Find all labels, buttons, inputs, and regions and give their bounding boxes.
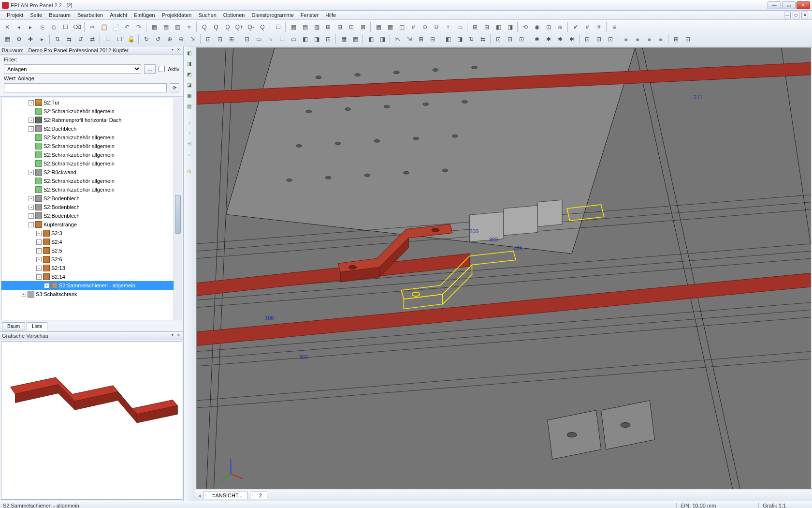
tree-twisty-icon[interactable]: + (36, 231, 42, 236)
toolbar-button[interactable]: ⊙ (420, 22, 430, 32)
tree-twisty-icon[interactable]: - (29, 222, 34, 227)
toolbar-button[interactable]: ☐ (273, 22, 283, 32)
toolbar-button[interactable]: ⇅ (466, 34, 477, 45)
tab-close-icon[interactable]: ▫ (252, 493, 257, 498)
tree-node[interactable]: +S2:Sammelschienen - allgemein (1, 281, 182, 290)
tree-node[interactable]: +S2:5 (1, 246, 182, 255)
toolbar-button[interactable]: ⇅ (52, 34, 63, 45)
toolbar-button[interactable]: ⊡ (582, 34, 593, 45)
preview-body[interactable] (1, 341, 182, 500)
toolbar-button[interactable]: ⊟ (334, 22, 345, 32)
tree-node[interactable]: -S2:14 (1, 272, 182, 281)
toolbar-button[interactable]: ▭ (288, 34, 299, 45)
tree-node[interactable]: S2:Schrankzubehör allgemein (1, 133, 182, 142)
toolbar-button[interactable]: ⊞ (470, 22, 480, 32)
tree-node[interactable]: +S2:13 (1, 264, 182, 272)
toolbar-button[interactable]: ⇲ (188, 34, 198, 45)
toolbar-button[interactable]: ⊖ (176, 34, 187, 45)
toolbar-button[interactable]: ⊡ (516, 34, 527, 45)
toolbar-button[interactable]: ⌗ (184, 22, 194, 32)
toolbar-button[interactable]: ⊡ (203, 34, 214, 45)
tree-node[interactable]: S2:Schrankzubehör allgemein (1, 159, 182, 168)
tree-node[interactable]: S2:Schrankzubehör allgemein (1, 107, 182, 116)
toolbar-button[interactable]: ⎘ (37, 22, 47, 32)
menu-suchen[interactable]: Suchen (195, 12, 219, 18)
minimize-button[interactable]: — (768, 1, 781, 9)
toolbar-button[interactable]: ⊡ (543, 22, 554, 32)
toolbar-button[interactable]: ✱ (543, 34, 554, 45)
tree-node[interactable]: +S2:Bodenblech (1, 194, 182, 203)
toolbar-button[interactable]: ⊡ (682, 34, 693, 45)
toolbar-button[interactable]: ⊞ (226, 34, 237, 45)
tree-twisty-icon[interactable]: + (44, 283, 49, 288)
menu-bauraum[interactable]: Bauraum (46, 12, 73, 18)
tab-liste[interactable]: Liste (27, 322, 47, 330)
toolbar-button[interactable]: ✂ (87, 22, 98, 32)
toolbar-button[interactable]: ▦ (373, 22, 384, 32)
tree-node[interactable]: +S2:6 (1, 255, 182, 264)
target-icon[interactable]: ◎ (185, 166, 194, 175)
filter-browse-button[interactable]: ... (144, 64, 156, 74)
tree-node[interactable]: S2:Schrankzubehör allgemein (1, 142, 182, 150)
view-tab-ansicht[interactable]: ▫=ANSICHT... (203, 492, 248, 499)
toolbar-button[interactable]: ⊞ (671, 34, 682, 45)
toolbar-button[interactable]: ≡ (632, 34, 643, 45)
tree-twisty-icon[interactable]: + (36, 239, 42, 245)
toolbar-button[interactable]: ▤ (300, 22, 310, 32)
wert-refresh-button[interactable]: ⟳ (170, 83, 179, 92)
tree-node[interactable]: S2:Schrankzubehör allgemein (1, 150, 182, 159)
toolbar-button[interactable]: ◧ (365, 34, 376, 45)
view-cube3-icon[interactable]: ◩ (185, 70, 194, 78)
toolbar-button[interactable]: ⊡ (346, 22, 357, 32)
tab-baum[interactable]: Baum (2, 322, 25, 330)
tree-node[interactable]: +S3:Schaltschrank (1, 290, 182, 299)
close-button[interactable]: ✕ (797, 1, 810, 9)
view-3d[interactable]: 300 303 304 302 308 311 (196, 47, 811, 489)
toolbar-button[interactable]: ◂ (14, 22, 24, 32)
tree-twisty-icon[interactable]: + (36, 248, 42, 254)
toolbar-button[interactable]: ⇱ (392, 34, 403, 45)
view-cube5-icon[interactable]: ▦ (185, 91, 194, 100)
toolbar-button[interactable]: ◧ (493, 22, 504, 32)
menu-bearbeiten[interactable]: Bearbeiten (74, 12, 106, 18)
toolbar-button[interactable]: # (582, 22, 593, 32)
toolbar-button[interactable]: ▦ (2, 34, 13, 45)
toolbar-button[interactable]: ↶ (122, 22, 132, 32)
toolbar-button[interactable]: ◨ (311, 34, 322, 45)
toolbar-button[interactable]: ▭ (454, 22, 465, 32)
tree-node[interactable]: S2:Schrankzubehör allgemein (1, 185, 182, 194)
tree-twisty-icon[interactable]: + (36, 266, 42, 271)
toolbar-button[interactable]: ⇆ (478, 34, 488, 45)
tree-twisty-icon[interactable]: + (29, 170, 34, 175)
toolbar-button[interactable]: ≡ (621, 34, 631, 45)
toolbar-button[interactable]: 🔓 (126, 34, 136, 45)
menu-projektdaten[interactable]: Projektdaten (159, 12, 195, 18)
toolbar-button[interactable]: ⊞ (323, 22, 334, 32)
toolbar-button[interactable]: ▦ (288, 22, 299, 32)
menu-optionen[interactable]: Optionen (220, 12, 248, 18)
toolbar-button[interactable]: ↺ (153, 34, 163, 45)
toolbar-button[interactable]: ⊡ (493, 34, 504, 45)
tree-node[interactable]: +S2:Rückwand (1, 168, 182, 177)
toolbar-button[interactable]: ◨ (454, 34, 465, 45)
filter-select[interactable]: Anlagen (4, 64, 141, 74)
menu-projekt[interactable]: Projekt (4, 12, 26, 18)
toolbar-button[interactable]: ≡ (655, 34, 666, 45)
tree-twisty-icon[interactable]: + (29, 118, 34, 123)
menu-einfuegen[interactable]: Einfügen (131, 12, 158, 18)
toolbar-button[interactable]: ▥ (311, 22, 322, 32)
toolbar-button[interactable]: ◧ (443, 34, 453, 45)
tree-twisty-icon[interactable]: + (21, 292, 26, 297)
toolbar-button[interactable]: ◫ (396, 22, 407, 32)
view-cube6-icon[interactable]: ▧ (185, 102, 194, 110)
toolbar-button[interactable]: ⊠ (358, 22, 368, 32)
toolbar-button[interactable]: ▥ (172, 22, 183, 32)
toolbar-button[interactable]: ☐ (60, 22, 71, 32)
mdi-close-button[interactable]: ✕ (801, 12, 808, 18)
toolbar-button[interactable]: ⌂ (265, 34, 276, 45)
maximize-button[interactable]: ▭ (782, 1, 796, 9)
toolbar-button[interactable]: ▦ (385, 22, 395, 32)
toolbar-button[interactable]: ⇆ (64, 34, 74, 45)
arrow-rotate-icon[interactable]: ⟲ (185, 139, 194, 148)
panel-dropdown-icon[interactable]: ▾ (170, 47, 175, 53)
